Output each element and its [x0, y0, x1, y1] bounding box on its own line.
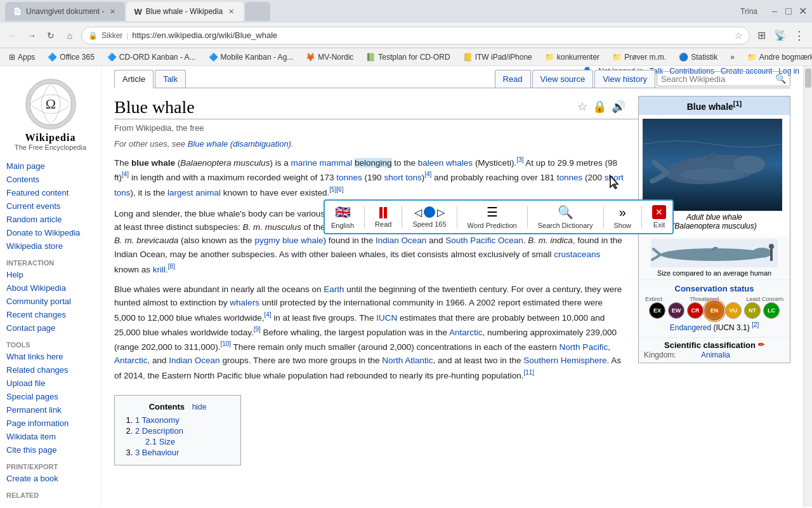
circle-cr[interactable]: CR: [687, 302, 704, 319]
bookmark-office365[interactable]: 🔷 Office 365: [44, 51, 98, 63]
toolbar-show[interactable]: » Show: [614, 205, 632, 229]
tab-talk[interactable]: Talk: [155, 70, 186, 88]
link-north-pacific[interactable]: North Pacific: [560, 342, 608, 352]
circle-vu[interactable]: VU: [725, 302, 742, 319]
tab-article[interactable]: Article: [114, 70, 154, 88]
bookmark-mobile-kanban[interactable]: 🔷 Mobile Kanban - Ag...: [205, 51, 298, 63]
toolbar-exit[interactable]: ✕ Exit: [652, 205, 666, 229]
link-indian-ocean-2[interactable]: Indian Ocean: [169, 356, 219, 365]
wiki-search-box[interactable]: 🔍: [657, 71, 790, 86]
link-north-atlantic-2[interactable]: North Atlantic: [382, 356, 433, 365]
sidebar-about-wiki[interactable]: About Wikipedia: [0, 281, 101, 295]
bookmark-mv-nordic[interactable]: 🦊 MV-Nordic: [302, 51, 357, 63]
toc-link-description[interactable]: 2 Description: [135, 426, 183, 436]
sidebar-create-book[interactable]: Create a book: [0, 472, 101, 485]
sidebar-contact-page[interactable]: Contact page: [0, 321, 101, 335]
edit-sci-class-icon[interactable]: ✏: [758, 340, 764, 349]
tab-read[interactable]: Read: [495, 70, 531, 88]
link-indian-ocean[interactable]: Indian Ocean: [376, 236, 426, 245]
toolbar-word-prediction[interactable]: ☰ Word Prediction: [468, 204, 517, 229]
sidebar-current-events[interactable]: Current events: [0, 199, 101, 213]
sidebar-featured-content[interactable]: Featured content: [0, 186, 101, 199]
bookmark-more[interactable]: »: [726, 51, 738, 63]
link-krill[interactable]: krill: [153, 264, 166, 274]
link-short-tons[interactable]: short tons: [384, 173, 421, 182]
cast-button[interactable]: 📡: [773, 28, 788, 43]
circle-nt[interactable]: NT: [744, 302, 761, 319]
close-button[interactable]: ✕: [798, 7, 807, 16]
sidebar-what-links-here[interactable]: What links here: [0, 350, 101, 363]
sidebar-permanent-link[interactable]: Permanent link: [0, 403, 101, 417]
minimize-button[interactable]: ─: [770, 7, 779, 16]
link-tonnes-2[interactable]: tonnes: [557, 173, 583, 182]
link-south-pacific[interactable]: South Pacific Ocean: [445, 236, 523, 245]
tab-new[interactable]: [245, 2, 270, 21]
toolbar-exit-icon[interactable]: ✕: [652, 205, 666, 219]
star-article-icon[interactable]: ☆: [577, 100, 587, 114]
extensions-button[interactable]: ⊞: [754, 28, 769, 43]
refresh-button[interactable]: ↻: [43, 28, 58, 43]
bookmark-apps[interactable]: ⊞ Apps: [5, 51, 39, 63]
sidebar-donate[interactable]: Donate to Wikipedia: [0, 226, 101, 239]
sidebar-wikidata-item[interactable]: Wikidata item: [0, 430, 101, 443]
toc-link-size[interactable]: 2.1 Size: [145, 437, 175, 446]
scroll-thumb[interactable]: [805, 69, 811, 88]
tab-2[interactable]: W Blue whale - Wikipedia ✕: [126, 2, 244, 21]
tab-1-close[interactable]: ✕: [108, 7, 117, 17]
sidebar-page-info[interactable]: Page information: [0, 417, 101, 430]
sidebar-wiki-store[interactable]: Wikipedia store: [0, 239, 101, 253]
tab-view-history[interactable]: View history: [594, 70, 655, 88]
sidebar-community-portal[interactable]: Community portal: [0, 295, 101, 308]
wiki-search-input[interactable]: [661, 74, 775, 84]
sidebar-main-page[interactable]: Main page: [0, 159, 101, 173]
bookmark-star-icon[interactable]: ☆: [735, 30, 743, 41]
lock-article-icon[interactable]: 🔒: [593, 100, 606, 114]
address-bar[interactable]: 🔒 Sikker | https://en.wikipedia.org/wiki…: [81, 27, 750, 44]
sidebar-recent-changes[interactable]: Recent changes: [0, 308, 101, 321]
bookmark-konkurrenter[interactable]: 📁 konkurrenter: [541, 51, 603, 63]
link-earth[interactable]: Earth: [324, 284, 344, 294]
toolbar-search-dictionary[interactable]: 🔍 Search Dictionary: [538, 204, 593, 229]
toc-link-taxonomy[interactable]: 1 Taxonomy: [135, 415, 180, 425]
scrollbar[interactable]: [803, 66, 812, 507]
link-southern-hemisphere[interactable]: Southern Hemisphere: [523, 356, 606, 365]
sidebar-upload-file[interactable]: Upload file: [0, 377, 101, 390]
toc-link-behaviour[interactable]: 3 Behaviour: [135, 448, 179, 457]
maximize-button[interactable]: □: [784, 7, 793, 16]
link-whalers[interactable]: whalers: [230, 298, 259, 307]
toc-hide-link[interactable]: hide: [192, 403, 207, 411]
link-largest-animal[interactable]: largest animal: [167, 187, 221, 197]
link-pygmy-blue-whale[interactable]: pygmy blue whale: [254, 236, 323, 245]
disambig-link[interactable]: Blue whale (disambiguation): [188, 139, 291, 149]
bookmark-prover[interactable]: 📁 Prøver m.m.: [608, 51, 670, 63]
link-baleen-whales[interactable]: baleen whales: [418, 158, 473, 168]
circle-en[interactable]: EN: [706, 302, 723, 319]
wiki-search-button[interactable]: 🔍: [775, 74, 786, 84]
iucn-ref[interactable]: [2]: [752, 321, 759, 328]
audio-article-icon[interactable]: 🔊: [612, 100, 625, 114]
circle-ex[interactable]: EX: [649, 302, 665, 319]
bookmark-testplan[interactable]: 📗 Testplan for CD-ORD: [362, 51, 454, 63]
bookmark-statistik[interactable]: 🔵 Statistik: [675, 51, 721, 63]
forward-button[interactable]: →: [24, 28, 39, 43]
sidebar-special-pages[interactable]: Special pages: [0, 390, 101, 403]
link-crustaceans[interactable]: crustaceans: [554, 250, 600, 259]
link-antarctic-2[interactable]: Antarctic: [114, 356, 148, 365]
menu-button[interactable]: ⋮: [792, 28, 807, 43]
bookmark-itw[interactable]: 📒 ITW iPad/iPhone: [459, 51, 536, 63]
home-button[interactable]: ⌂: [62, 28, 77, 43]
bookmark-cdord[interactable]: 🔷 CD-ORD Kanban - A...: [103, 51, 200, 63]
link-iucn[interactable]: IUCN: [376, 312, 397, 322]
link-antarctic[interactable]: Antarctic: [449, 327, 483, 337]
toolbar-language[interactable]: 🇬🇧 English: [331, 204, 354, 229]
back-button[interactable]: ←: [5, 28, 20, 43]
circle-lc[interactable]: LC: [763, 302, 780, 319]
sidebar-help[interactable]: Help: [0, 268, 101, 281]
tab-view-source[interactable]: View source: [532, 70, 594, 88]
sidebar-random-article[interactable]: Random article: [0, 213, 101, 226]
tab-1[interactable]: 📄 Unavngivet dokument - ✕: [5, 2, 125, 21]
endangered-link[interactable]: Endangered: [670, 323, 711, 332]
sidebar-cite-page[interactable]: Cite this page: [0, 443, 101, 457]
sidebar-related-changes[interactable]: Related changes: [0, 363, 101, 377]
tab-2-close[interactable]: ✕: [226, 7, 236, 17]
